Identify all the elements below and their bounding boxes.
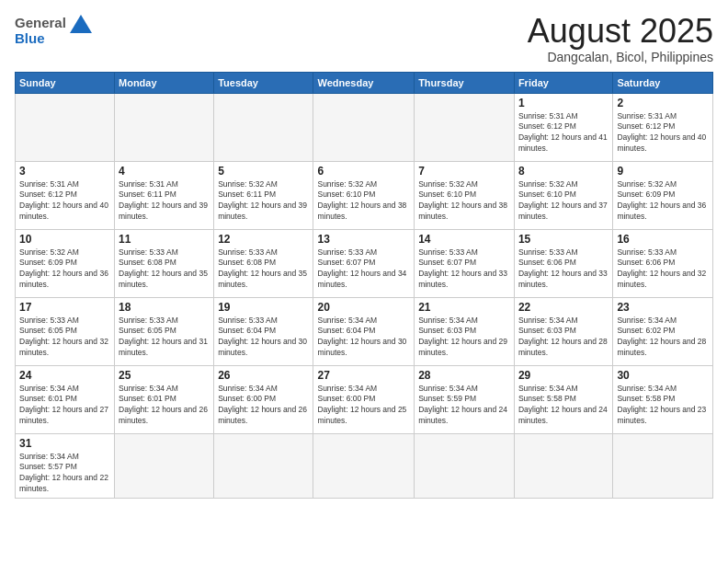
day-29: 29 Sunrise: 5:34 AMSunset: 5:58 PMDaylig…	[514, 365, 612, 433]
table-row: 3 Sunrise: 5:31 AMSunset: 6:12 PMDayligh…	[16, 161, 713, 229]
svg-text:Blue: Blue	[15, 30, 45, 46]
header-monday: Monday	[115, 72, 214, 93]
day-26: 26 Sunrise: 5:34 AMSunset: 6:00 PMDaylig…	[214, 365, 313, 433]
logo-svg: General Blue	[15, 13, 97, 52]
svg-text:General: General	[15, 15, 66, 30]
weekday-header-row: Sunday Monday Tuesday Wednesday Thursday…	[16, 72, 713, 93]
day-14: 14 Sunrise: 5:33 AMSunset: 6:07 PMDaylig…	[415, 229, 515, 297]
day-7: 7 Sunrise: 5:32 AMSunset: 6:10 PMDayligh…	[415, 161, 515, 229]
day-31: 31 Sunrise: 5:34 AMSunset: 5:57 PMDaylig…	[16, 433, 115, 499]
svg-marker-2	[70, 15, 92, 33]
header-thursday: Thursday	[415, 72, 515, 93]
day-24: 24 Sunrise: 5:34 AMSunset: 6:01 PMDaylig…	[16, 365, 115, 433]
empty-cell	[214, 93, 313, 161]
header: General Blue August 2025 Dangcalan, Bico…	[15, 13, 713, 64]
header-wednesday: Wednesday	[313, 72, 415, 93]
day-25: 25 Sunrise: 5:34 AMSunset: 6:01 PMDaylig…	[115, 365, 214, 433]
empty-cell	[115, 93, 214, 161]
day-5: 5 Sunrise: 5:32 AMSunset: 6:11 PMDayligh…	[214, 161, 313, 229]
month-title: August 2025	[528, 13, 713, 50]
header-friday: Friday	[514, 72, 612, 93]
empty-cell	[313, 93, 415, 161]
empty-cell	[214, 433, 313, 499]
empty-cell	[16, 93, 115, 161]
empty-cell	[313, 433, 415, 499]
title-area: August 2025 Dangcalan, Bicol, Philippine…	[528, 13, 713, 64]
header-sunday: Sunday	[16, 72, 115, 93]
day-19: 19 Sunrise: 5:33 AMSunset: 6:04 PMDaylig…	[214, 297, 313, 365]
day-28: 28 Sunrise: 5:34 AMSunset: 5:59 PMDaylig…	[415, 365, 515, 433]
day-10: 10 Sunrise: 5:32 AMSunset: 6:09 PMDaylig…	[16, 229, 115, 297]
day-2: 2 Sunrise: 5:31 AMSunset: 6:12 PMDayligh…	[613, 93, 713, 161]
day-4: 4 Sunrise: 5:31 AMSunset: 6:11 PMDayligh…	[115, 161, 214, 229]
day-30: 30 Sunrise: 5:34 AMSunset: 5:58 PMDaylig…	[613, 365, 713, 433]
day-3: 3 Sunrise: 5:31 AMSunset: 6:12 PMDayligh…	[16, 161, 115, 229]
table-row: 10 Sunrise: 5:32 AMSunset: 6:09 PMDaylig…	[16, 229, 713, 297]
day-21: 21 Sunrise: 5:34 AMSunset: 6:03 PMDaylig…	[415, 297, 515, 365]
day-18: 18 Sunrise: 5:33 AMSunset: 6:05 PMDaylig…	[115, 297, 214, 365]
table-row: 17 Sunrise: 5:33 AMSunset: 6:05 PMDaylig…	[16, 297, 713, 365]
logo-area: General Blue	[15, 13, 97, 52]
calendar-table: Sunday Monday Tuesday Wednesday Thursday…	[15, 72, 713, 500]
day-16: 16 Sunrise: 5:33 AMSunset: 6:06 PMDaylig…	[613, 229, 713, 297]
day-27: 27 Sunrise: 5:34 AMSunset: 6:00 PMDaylig…	[313, 365, 415, 433]
table-row: 1 Sunrise: 5:31 AMSunset: 6:12 PMDayligh…	[16, 93, 713, 161]
header-tuesday: Tuesday	[214, 72, 313, 93]
day-23: 23 Sunrise: 5:34 AMSunset: 6:02 PMDaylig…	[613, 297, 713, 365]
empty-cell	[514, 433, 612, 499]
empty-cell	[613, 433, 713, 499]
empty-cell	[415, 433, 515, 499]
empty-cell	[415, 93, 515, 161]
day-1: 1 Sunrise: 5:31 AMSunset: 6:12 PMDayligh…	[514, 93, 612, 161]
location-subtitle: Dangcalan, Bicol, Philippines	[528, 50, 713, 64]
day-15: 15 Sunrise: 5:33 AMSunset: 6:06 PMDaylig…	[514, 229, 612, 297]
table-row: 24 Sunrise: 5:34 AMSunset: 6:01 PMDaylig…	[16, 365, 713, 433]
day-12: 12 Sunrise: 5:33 AMSunset: 6:08 PMDaylig…	[214, 229, 313, 297]
day-8: 8 Sunrise: 5:32 AMSunset: 6:10 PMDayligh…	[514, 161, 612, 229]
header-saturday: Saturday	[613, 72, 713, 93]
empty-cell	[115, 433, 214, 499]
day-11: 11 Sunrise: 5:33 AMSunset: 6:08 PMDaylig…	[115, 229, 214, 297]
calendar-page: General Blue August 2025 Dangcalan, Bico…	[0, 0, 728, 563]
day-13: 13 Sunrise: 5:33 AMSunset: 6:07 PMDaylig…	[313, 229, 415, 297]
table-row: 31 Sunrise: 5:34 AMSunset: 5:57 PMDaylig…	[16, 433, 713, 499]
day-6: 6 Sunrise: 5:32 AMSunset: 6:10 PMDayligh…	[313, 161, 415, 229]
day-22: 22 Sunrise: 5:34 AMSunset: 6:03 PMDaylig…	[514, 297, 612, 365]
day-20: 20 Sunrise: 5:34 AMSunset: 6:04 PMDaylig…	[313, 297, 415, 365]
day-9: 9 Sunrise: 5:32 AMSunset: 6:09 PMDayligh…	[613, 161, 713, 229]
day-17: 17 Sunrise: 5:33 AMSunset: 6:05 PMDaylig…	[16, 297, 115, 365]
